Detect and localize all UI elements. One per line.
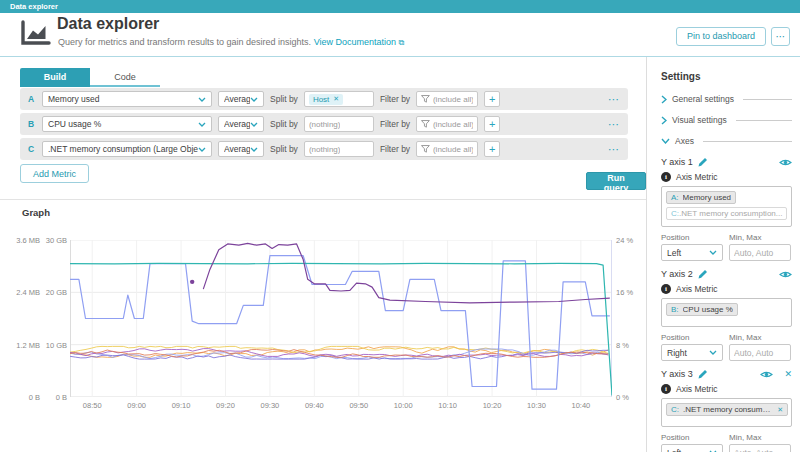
chevron-down-icon bbox=[250, 97, 258, 102]
remove-tag-icon[interactable]: ✕ bbox=[333, 95, 339, 103]
axis-metric-row: i Axis Metric bbox=[661, 172, 792, 182]
eye-icon[interactable] bbox=[779, 270, 792, 279]
minmax-input[interactable] bbox=[729, 344, 791, 361]
filter-by-label: Filter by bbox=[380, 119, 410, 129]
y-axis-2-metric-box[interactable]: B:CPU usage % bbox=[661, 298, 792, 327]
section-general-settings[interactable]: General settings bbox=[661, 94, 792, 104]
settings-sidebar: Settings General settings Visual setting… bbox=[646, 57, 800, 452]
axis-tick-label: 09:10 bbox=[166, 401, 196, 410]
y-axis-2-header: Y axis 2 bbox=[661, 269, 792, 279]
metric-tag[interactable]: A:Memory used bbox=[666, 191, 736, 204]
split-by-input[interactable]: (nothing) bbox=[304, 141, 374, 157]
query-builder-panel: Build Code A Memory used Average Split b… bbox=[0, 57, 646, 452]
timeseries-chart bbox=[70, 240, 612, 397]
y-axis-3-metric-box[interactable]: C:.NET memory consumption...✕ bbox=[661, 398, 792, 427]
metric-letter: B bbox=[28, 119, 36, 129]
section-visual-settings[interactable]: Visual settings bbox=[661, 115, 792, 125]
add-metric-button[interactable]: Add Metric bbox=[20, 164, 89, 183]
chevron-down-icon bbox=[250, 147, 258, 152]
chevron-down-icon bbox=[661, 138, 670, 144]
filter-input[interactable]: (include all) bbox=[416, 116, 478, 132]
axis-tick-label: 08:50 bbox=[77, 401, 107, 410]
axis-tick-label: 09:40 bbox=[299, 401, 329, 410]
pencil-icon[interactable] bbox=[698, 269, 708, 279]
page-header: Data explorer Query for metrics and tran… bbox=[0, 13, 800, 57]
row-more-button[interactable]: ⋯ bbox=[608, 93, 620, 106]
remove-axis-icon[interactable]: ✕ bbox=[784, 369, 792, 379]
eye-icon[interactable] bbox=[760, 370, 773, 379]
divider bbox=[736, 120, 792, 121]
chevron-down-icon bbox=[250, 122, 258, 127]
position-minmax-labels: Position Min, Max bbox=[661, 433, 792, 442]
pencil-icon[interactable] bbox=[698, 369, 708, 379]
filter-by-label: Filter by bbox=[380, 94, 410, 104]
graph-divider bbox=[0, 199, 646, 200]
info-icon: i bbox=[661, 284, 671, 294]
axis-tick-label: 10:40 bbox=[566, 401, 596, 410]
aggregation-select[interactable]: Average bbox=[218, 91, 264, 107]
metric-tag[interactable]: C:.NET memory consumption...✕ bbox=[666, 403, 788, 416]
y-axis-1-metric-box[interactable]: A:Memory used C:.NET memory consumption.… bbox=[661, 186, 792, 227]
axis-tick-label: 0 B bbox=[29, 393, 40, 402]
metric-select[interactable]: .NET memory consumption (Large Object He… bbox=[42, 141, 212, 157]
aggregation-select[interactable]: Average bbox=[218, 141, 264, 157]
y-axis-mb-labels: 0 B1.2 MB2.4 MB3.6 MB bbox=[6, 240, 40, 397]
split-by-label: Split by bbox=[270, 119, 298, 129]
minmax-input[interactable] bbox=[729, 444, 791, 452]
metric-tag[interactable]: B:CPU usage % bbox=[666, 303, 738, 316]
axis-tick-label: 8 % bbox=[616, 341, 629, 350]
axis-metric-row: i Axis Metric bbox=[661, 384, 792, 394]
row-more-button[interactable]: ⋯ bbox=[608, 143, 620, 156]
axis-tick-label: 20 GB bbox=[46, 288, 67, 297]
position-select[interactable]: Left bbox=[661, 444, 723, 452]
position-minmax-labels: Position Min, Max bbox=[661, 333, 792, 342]
metric-letter: A bbox=[28, 94, 36, 104]
y-axis-3-header: Y axis 3 ✕ bbox=[661, 369, 792, 379]
filter-input[interactable]: (include all) bbox=[416, 141, 478, 157]
header-more-button[interactable]: ⋯ bbox=[771, 27, 790, 46]
add-filter-button[interactable]: + bbox=[484, 141, 500, 157]
metric-row-a: A Memory used Average Split by Host ✕ Fi… bbox=[20, 88, 628, 110]
section-axes[interactable]: Axes bbox=[661, 136, 792, 146]
split-by-label: Split by bbox=[270, 144, 298, 154]
minmax-input[interactable] bbox=[729, 244, 791, 261]
aggregation-select[interactable]: Average bbox=[218, 116, 264, 132]
metric-select[interactable]: Memory used bbox=[42, 91, 212, 107]
axis-tick-label: 2.4 MB bbox=[16, 288, 40, 297]
add-filter-button[interactable]: + bbox=[484, 116, 500, 132]
tab-code[interactable]: Code bbox=[90, 68, 160, 87]
metric-select[interactable]: CPU usage % bbox=[42, 116, 212, 132]
row-more-button[interactable]: ⋯ bbox=[608, 118, 620, 131]
filter-input[interactable]: (include all) bbox=[416, 91, 478, 107]
split-by-input[interactable]: Host ✕ bbox=[304, 91, 374, 107]
eye-icon[interactable] bbox=[779, 158, 792, 167]
metric-row-c: C .NET memory consumption (Large Object … bbox=[20, 138, 628, 160]
split-by-input[interactable]: (nothing) bbox=[304, 116, 374, 132]
position-select[interactable]: Left bbox=[661, 244, 723, 261]
tab-build[interactable]: Build bbox=[20, 68, 90, 87]
axis-tick-label: 30 GB bbox=[46, 236, 67, 245]
split-by-label: Split by bbox=[270, 94, 298, 104]
run-query-button[interactable]: Run query bbox=[586, 172, 646, 190]
metric-letter: C bbox=[28, 144, 36, 154]
view-documentation-link[interactable]: View Documentation bbox=[314, 37, 396, 47]
chevron-down-icon bbox=[198, 147, 206, 152]
y-axis-gb-labels: 0 B10 GB20 GB30 GB bbox=[44, 240, 67, 397]
pencil-icon[interactable] bbox=[698, 157, 708, 167]
remove-tag-icon[interactable]: ✕ bbox=[777, 406, 783, 414]
external-link-icon: ⧉ bbox=[399, 38, 405, 47]
metric-tag-suggestion[interactable]: C:.NET memory consumption... bbox=[666, 207, 787, 220]
axis-tick-label: 09:20 bbox=[210, 401, 240, 410]
y-axis-pct-labels: 0 %8 %16 %24 % bbox=[616, 240, 642, 397]
axis-tick-label: 0 % bbox=[616, 393, 629, 402]
graph-title: Graph bbox=[22, 207, 50, 218]
pin-to-dashboard-button[interactable]: Pin to dashboard bbox=[676, 27, 766, 46]
add-filter-button[interactable]: + bbox=[484, 91, 500, 107]
info-icon: i bbox=[661, 172, 671, 182]
chevron-down-icon bbox=[198, 122, 206, 127]
info-icon: i bbox=[661, 384, 671, 394]
chevron-down-icon bbox=[709, 250, 717, 255]
axis-tick-label: 09:00 bbox=[122, 401, 152, 410]
position-select[interactable]: Right bbox=[661, 344, 723, 361]
chevron-down-icon bbox=[198, 97, 206, 102]
